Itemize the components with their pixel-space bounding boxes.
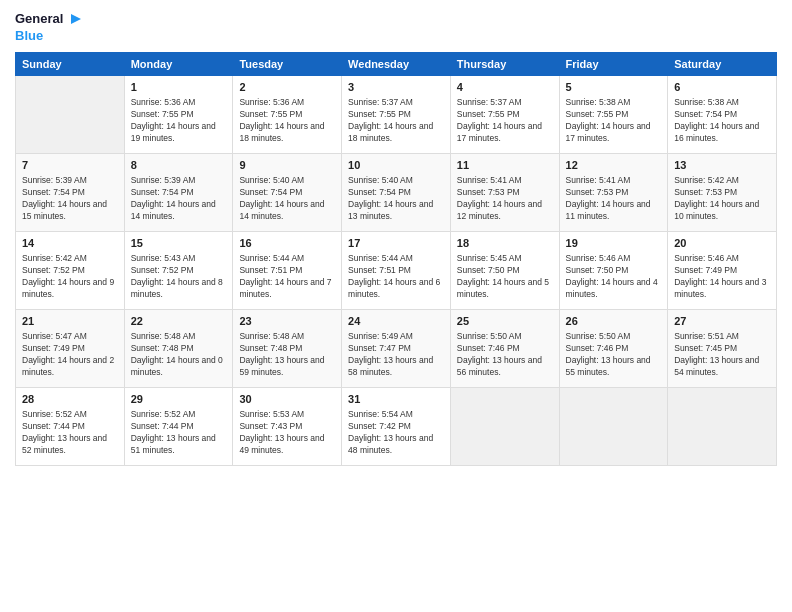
calendar-cell: 11Sunrise: 5:41 AMSunset: 7:53 PMDayligh… bbox=[450, 153, 559, 231]
day-info: Sunrise: 5:41 AMSunset: 7:53 PMDaylight:… bbox=[457, 175, 553, 223]
calendar-cell: 17Sunrise: 5:44 AMSunset: 7:51 PMDayligh… bbox=[342, 231, 451, 309]
day-number: 23 bbox=[239, 314, 335, 329]
day-number: 19 bbox=[566, 236, 662, 251]
day-info: Sunrise: 5:54 AMSunset: 7:42 PMDaylight:… bbox=[348, 409, 444, 457]
day-info: Sunrise: 5:36 AMSunset: 7:55 PMDaylight:… bbox=[239, 97, 335, 145]
day-number: 31 bbox=[348, 392, 444, 407]
day-number: 11 bbox=[457, 158, 553, 173]
calendar-cell: 7Sunrise: 5:39 AMSunset: 7:54 PMDaylight… bbox=[16, 153, 125, 231]
day-number: 21 bbox=[22, 314, 118, 329]
day-info: Sunrise: 5:53 AMSunset: 7:43 PMDaylight:… bbox=[239, 409, 335, 457]
day-info: Sunrise: 5:42 AMSunset: 7:52 PMDaylight:… bbox=[22, 253, 118, 301]
day-number: 9 bbox=[239, 158, 335, 173]
day-info: Sunrise: 5:39 AMSunset: 7:54 PMDaylight:… bbox=[22, 175, 118, 223]
logo-arrow-icon bbox=[67, 10, 85, 28]
calendar-cell: 19Sunrise: 5:46 AMSunset: 7:50 PMDayligh… bbox=[559, 231, 668, 309]
calendar-cell: 18Sunrise: 5:45 AMSunset: 7:50 PMDayligh… bbox=[450, 231, 559, 309]
calendar-cell bbox=[668, 387, 777, 465]
col-header-sunday: Sunday bbox=[16, 52, 125, 75]
day-number: 26 bbox=[566, 314, 662, 329]
calendar-cell: 2Sunrise: 5:36 AMSunset: 7:55 PMDaylight… bbox=[233, 75, 342, 153]
day-info: Sunrise: 5:40 AMSunset: 7:54 PMDaylight:… bbox=[239, 175, 335, 223]
day-info: Sunrise: 5:43 AMSunset: 7:52 PMDaylight:… bbox=[131, 253, 227, 301]
calendar-cell: 29Sunrise: 5:52 AMSunset: 7:44 PMDayligh… bbox=[124, 387, 233, 465]
header: General Blue bbox=[15, 10, 777, 44]
day-info: Sunrise: 5:38 AMSunset: 7:55 PMDaylight:… bbox=[566, 97, 662, 145]
logo-text-general: General bbox=[15, 11, 63, 27]
calendar-cell: 25Sunrise: 5:50 AMSunset: 7:46 PMDayligh… bbox=[450, 309, 559, 387]
page: General Blue SundayMondayTuesdayWednesda… bbox=[0, 0, 792, 612]
calendar-cell: 24Sunrise: 5:49 AMSunset: 7:47 PMDayligh… bbox=[342, 309, 451, 387]
calendar-cell: 10Sunrise: 5:40 AMSunset: 7:54 PMDayligh… bbox=[342, 153, 451, 231]
day-info: Sunrise: 5:46 AMSunset: 7:50 PMDaylight:… bbox=[566, 253, 662, 301]
col-header-tuesday: Tuesday bbox=[233, 52, 342, 75]
day-info: Sunrise: 5:39 AMSunset: 7:54 PMDaylight:… bbox=[131, 175, 227, 223]
calendar-cell: 23Sunrise: 5:48 AMSunset: 7:48 PMDayligh… bbox=[233, 309, 342, 387]
calendar-cell: 15Sunrise: 5:43 AMSunset: 7:52 PMDayligh… bbox=[124, 231, 233, 309]
calendar-cell: 21Sunrise: 5:47 AMSunset: 7:49 PMDayligh… bbox=[16, 309, 125, 387]
calendar-cell bbox=[450, 387, 559, 465]
calendar-cell: 27Sunrise: 5:51 AMSunset: 7:45 PMDayligh… bbox=[668, 309, 777, 387]
calendar-cell: 9Sunrise: 5:40 AMSunset: 7:54 PMDaylight… bbox=[233, 153, 342, 231]
calendar-cell: 30Sunrise: 5:53 AMSunset: 7:43 PMDayligh… bbox=[233, 387, 342, 465]
calendar-cell bbox=[16, 75, 125, 153]
day-info: Sunrise: 5:47 AMSunset: 7:49 PMDaylight:… bbox=[22, 331, 118, 379]
calendar-cell: 20Sunrise: 5:46 AMSunset: 7:49 PMDayligh… bbox=[668, 231, 777, 309]
week-row-2: 14Sunrise: 5:42 AMSunset: 7:52 PMDayligh… bbox=[16, 231, 777, 309]
day-info: Sunrise: 5:48 AMSunset: 7:48 PMDaylight:… bbox=[239, 331, 335, 379]
calendar-cell: 8Sunrise: 5:39 AMSunset: 7:54 PMDaylight… bbox=[124, 153, 233, 231]
week-row-3: 21Sunrise: 5:47 AMSunset: 7:49 PMDayligh… bbox=[16, 309, 777, 387]
day-number: 17 bbox=[348, 236, 444, 251]
calendar-cell: 4Sunrise: 5:37 AMSunset: 7:55 PMDaylight… bbox=[450, 75, 559, 153]
day-number: 12 bbox=[566, 158, 662, 173]
calendar-cell: 3Sunrise: 5:37 AMSunset: 7:55 PMDaylight… bbox=[342, 75, 451, 153]
day-info: Sunrise: 5:52 AMSunset: 7:44 PMDaylight:… bbox=[22, 409, 118, 457]
day-number: 18 bbox=[457, 236, 553, 251]
day-number: 1 bbox=[131, 80, 227, 95]
week-row-0: 1Sunrise: 5:36 AMSunset: 7:55 PMDaylight… bbox=[16, 75, 777, 153]
day-number: 5 bbox=[566, 80, 662, 95]
calendar-cell: 13Sunrise: 5:42 AMSunset: 7:53 PMDayligh… bbox=[668, 153, 777, 231]
calendar-cell: 6Sunrise: 5:38 AMSunset: 7:54 PMDaylight… bbox=[668, 75, 777, 153]
day-info: Sunrise: 5:45 AMSunset: 7:50 PMDaylight:… bbox=[457, 253, 553, 301]
day-info: Sunrise: 5:44 AMSunset: 7:51 PMDaylight:… bbox=[239, 253, 335, 301]
day-number: 28 bbox=[22, 392, 118, 407]
day-number: 22 bbox=[131, 314, 227, 329]
day-number: 15 bbox=[131, 236, 227, 251]
day-info: Sunrise: 5:49 AMSunset: 7:47 PMDaylight:… bbox=[348, 331, 444, 379]
day-number: 24 bbox=[348, 314, 444, 329]
week-row-1: 7Sunrise: 5:39 AMSunset: 7:54 PMDaylight… bbox=[16, 153, 777, 231]
col-header-thursday: Thursday bbox=[450, 52, 559, 75]
day-number: 14 bbox=[22, 236, 118, 251]
day-info: Sunrise: 5:48 AMSunset: 7:48 PMDaylight:… bbox=[131, 331, 227, 379]
col-header-monday: Monday bbox=[124, 52, 233, 75]
day-info: Sunrise: 5:50 AMSunset: 7:46 PMDaylight:… bbox=[457, 331, 553, 379]
header-row: SundayMondayTuesdayWednesdayThursdayFrid… bbox=[16, 52, 777, 75]
calendar-cell: 22Sunrise: 5:48 AMSunset: 7:48 PMDayligh… bbox=[124, 309, 233, 387]
day-number: 16 bbox=[239, 236, 335, 251]
calendar-cell: 16Sunrise: 5:44 AMSunset: 7:51 PMDayligh… bbox=[233, 231, 342, 309]
day-number: 6 bbox=[674, 80, 770, 95]
calendar-cell: 1Sunrise: 5:36 AMSunset: 7:55 PMDaylight… bbox=[124, 75, 233, 153]
day-number: 3 bbox=[348, 80, 444, 95]
day-number: 25 bbox=[457, 314, 553, 329]
day-info: Sunrise: 5:46 AMSunset: 7:49 PMDaylight:… bbox=[674, 253, 770, 301]
day-info: Sunrise: 5:37 AMSunset: 7:55 PMDaylight:… bbox=[457, 97, 553, 145]
col-header-saturday: Saturday bbox=[668, 52, 777, 75]
day-info: Sunrise: 5:37 AMSunset: 7:55 PMDaylight:… bbox=[348, 97, 444, 145]
svg-marker-0 bbox=[71, 14, 81, 24]
calendar-cell: 5Sunrise: 5:38 AMSunset: 7:55 PMDaylight… bbox=[559, 75, 668, 153]
col-header-friday: Friday bbox=[559, 52, 668, 75]
day-info: Sunrise: 5:52 AMSunset: 7:44 PMDaylight:… bbox=[131, 409, 227, 457]
day-info: Sunrise: 5:38 AMSunset: 7:54 PMDaylight:… bbox=[674, 97, 770, 145]
calendar-cell bbox=[559, 387, 668, 465]
day-number: 10 bbox=[348, 158, 444, 173]
calendar-cell: 12Sunrise: 5:41 AMSunset: 7:53 PMDayligh… bbox=[559, 153, 668, 231]
calendar-cell: 31Sunrise: 5:54 AMSunset: 7:42 PMDayligh… bbox=[342, 387, 451, 465]
calendar-table: SundayMondayTuesdayWednesdayThursdayFrid… bbox=[15, 52, 777, 466]
day-info: Sunrise: 5:40 AMSunset: 7:54 PMDaylight:… bbox=[348, 175, 444, 223]
day-number: 29 bbox=[131, 392, 227, 407]
day-number: 27 bbox=[674, 314, 770, 329]
day-number: 20 bbox=[674, 236, 770, 251]
day-info: Sunrise: 5:36 AMSunset: 7:55 PMDaylight:… bbox=[131, 97, 227, 145]
